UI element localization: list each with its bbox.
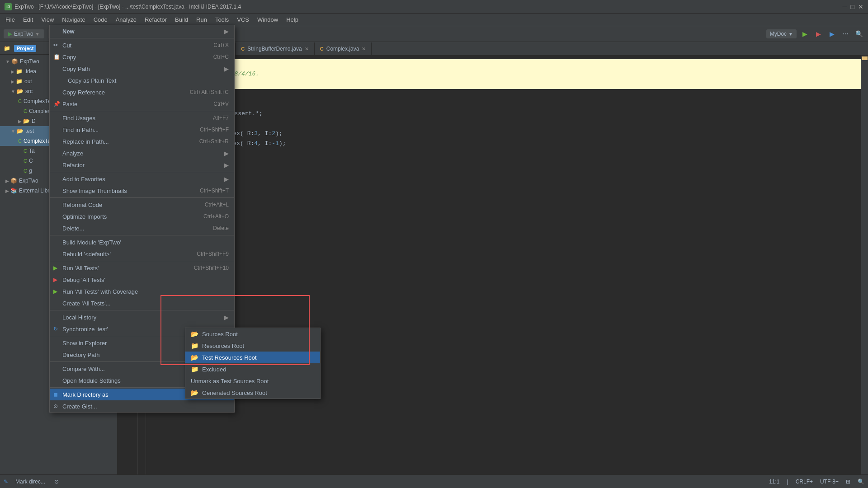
sub-item-sources-root[interactable]: 📂 Sources Root	[185, 328, 320, 340]
ctx-arrow-favorites: ▶	[224, 176, 229, 183]
ctx-item-copy[interactable]: 📋 Copy Ctrl+C	[50, 51, 234, 63]
ctx-item-copy-reference[interactable]: Copy Reference Ctrl+Alt+Shift+C	[50, 86, 234, 98]
mydoc-button[interactable]: MyDoc ▼	[766, 29, 797, 38]
ctx-sep-1	[50, 38, 234, 38]
maximize-button[interactable]: □	[851, 3, 854, 10]
ctx-label-new: New	[62, 28, 75, 35]
ctx-item-copy-path[interactable]: Copy Path ▶	[50, 63, 234, 75]
file-complex-icon: C	[24, 108, 27, 114]
ctx-label-debug-all: Debug 'All Tests'	[62, 277, 105, 283]
ctx-item-reformat[interactable]: Reformat Code Ctrl+Alt+L	[50, 199, 234, 211]
ctx-item-copy-plain[interactable]: Copy as Plain Text	[50, 75, 234, 86]
menu-item-tools[interactable]: Tools	[212, 15, 232, 24]
code-line-10	[153, 149, 868, 159]
ctx-shortcut-cut: Ctrl+X	[213, 42, 229, 48]
menu-item-run[interactable]: Run	[193, 15, 211, 24]
code-line-3: */	[153, 79, 868, 89]
ctx-shortcut-find-usages: Alt+F7	[213, 115, 229, 121]
tab-complex[interactable]: C Complex.java ✕	[315, 42, 372, 55]
menu-item-navigate[interactable]: Navigate	[58, 15, 89, 24]
ctx-item-create-all-tests[interactable]: Create 'All Tests'...	[50, 297, 234, 309]
menu-item-analyze[interactable]: Analyze	[112, 15, 140, 24]
title-bar: IJ ExpTwo - [F:\JAVAcode\ExpTwo] - [ExpT…	[0, 0, 868, 14]
ctx-item-analyze[interactable]: Analyze ▶	[50, 147, 234, 159]
tree-label-module: ExpTwo	[19, 178, 38, 184]
menu-item-help[interactable]: Help	[283, 15, 302, 24]
ctx-item-new[interactable]: New ▶	[50, 25, 234, 37]
ctx-item-cut[interactable]: ✂ Cut Ctrl+X	[50, 39, 234, 51]
ctx-item-build-module[interactable]: Build Module 'ExpTwo'	[50, 236, 234, 248]
sub-item-excluded[interactable]: 📁 Excluded	[185, 363, 320, 375]
tab-icon-stringbuffer: C	[241, 46, 245, 52]
tree-label-g: g	[29, 168, 32, 174]
minimize-button[interactable]: ─	[843, 3, 847, 10]
resources-root-icon: 📁	[191, 342, 198, 349]
project-dropdown[interactable]: ▶ ExpTwo ▼	[4, 29, 44, 38]
ctx-item-run-all[interactable]: ▶ Run 'All Tests' Ctrl+Shift+F10	[50, 262, 234, 274]
ctx-label-rebuild: Rebuild '<default>'	[62, 251, 111, 258]
ctx-item-add-favorites[interactable]: Add to Favorites ▶	[50, 173, 234, 185]
tab-close-complex[interactable]: ✕	[362, 46, 366, 52]
menu-item-view[interactable]: View	[38, 15, 57, 24]
ctx-sep-2	[50, 111, 234, 111]
tab-close-stringbuffer[interactable]: ✕	[305, 46, 309, 52]
menu-item-edit[interactable]: Edit	[19, 15, 37, 24]
tab-stringbuffer[interactable]: C StringBufferDemo.java ✕	[236, 42, 314, 55]
ctx-item-optimize-imports[interactable]: Optimize Imports Ctrl+Alt+O	[50, 211, 234, 222]
ctx-item-create-gist[interactable]: ⊙ Create Gist...	[50, 400, 234, 412]
tree-label-idea: .idea	[24, 68, 36, 75]
ctx-item-local-history[interactable]: Local History ▶	[50, 311, 234, 323]
ctx-item-paste[interactable]: 📌 Paste Ctrl+V	[50, 98, 234, 110]
ctx-item-run-coverage[interactable]: ▶ Run 'All Tests' with Coverage	[50, 286, 234, 297]
ctx-shortcut-copy: Ctrl+C	[213, 54, 229, 60]
status-bar: ✎ Mark direc... ⊙ 11:1 | CRLF+ UTF-8+ ⊞ …	[0, 474, 868, 488]
sub-item-unmark-test[interactable]: Unmark as Test Sources Root	[185, 375, 320, 387]
search-everywhere-button[interactable]: 🔍	[854, 28, 864, 39]
code-content[interactable]: /** * Created by zby on 2018/4/16. */ im…	[146, 56, 868, 488]
copy-icon: 📋	[53, 54, 60, 60]
tab-label-stringbuffer: StringBufferDemo.java	[247, 46, 302, 52]
cut-icon: ✂	[53, 42, 58, 48]
menu-item-window[interactable]: Window	[254, 15, 282, 24]
code-line-2: * Created by zby on 2018/4/16.	[153, 69, 868, 79]
folder-idea-icon: 📁	[16, 68, 23, 75]
more-toolbar-button[interactable]: ⋯	[840, 28, 851, 39]
ctx-label-show-explorer: Show in Explorer	[62, 340, 107, 347]
menu-item-code[interactable]: Code	[90, 15, 111, 24]
menu-item-vcs[interactable]: VCS	[233, 15, 253, 24]
sync-icon: ↻	[53, 326, 58, 332]
run-toolbar-button[interactable]: ▶	[799, 28, 810, 39]
ctx-label-synchronize: Synchronize 'test'	[62, 326, 108, 333]
paren-8: );	[275, 129, 283, 139]
ctx-label-refactor: Refactor	[62, 162, 85, 169]
run-all-icon: ▶	[53, 265, 57, 271]
coverage-toolbar-button[interactable]: ▶	[826, 28, 837, 39]
ctx-item-replace-in-path[interactable]: Replace in Path... Ctrl+Shift+R	[50, 136, 234, 147]
sidebar-project-label[interactable]: Project	[14, 45, 36, 52]
ctx-item-delete[interactable]: Delete... Delete	[50, 222, 234, 234]
ctx-item-show-thumbnails[interactable]: Show Image Thumbnails Ctrl+Shift+T	[50, 185, 234, 197]
sub-item-resources-root[interactable]: 📁 Resources Root	[185, 340, 320, 352]
ctx-item-rebuild[interactable]: Rebuild '<default>' Ctrl+Shift+F9	[50, 248, 234, 260]
close-button[interactable]: ✕	[858, 3, 863, 10]
ctx-item-find-usages[interactable]: Find Usages Alt+F7	[50, 112, 234, 124]
code-line-11: }	[153, 159, 868, 169]
ctx-arrow-copy-path: ▶	[224, 66, 229, 72]
menu-item-refactor[interactable]: Refactor	[141, 15, 170, 24]
tree-arrow-d: ▶	[18, 119, 22, 124]
num-3: 3	[254, 129, 258, 139]
ctx-item-find-in-path[interactable]: Find in Path... Ctrl+Shift+F	[50, 124, 234, 136]
debug-toolbar-button[interactable]: ▶	[813, 28, 824, 39]
menu-item-file[interactable]: File	[2, 15, 19, 24]
sub-item-generated-sources[interactable]: 📂 Generated Sources Root	[185, 387, 320, 399]
ctx-label-find-usages: Find Usages	[62, 115, 95, 122]
sub-item-test-resources-root[interactable]: 📂 Test Resources Root	[185, 352, 320, 363]
file-ca-icon: C	[24, 158, 27, 164]
menu-item-build[interactable]: Build	[171, 15, 192, 24]
ctx-item-refactor[interactable]: Refactor ▶	[50, 159, 234, 171]
ctx-shortcut-delete: Delete	[213, 225, 229, 231]
app-icon: IJ	[5, 3, 12, 10]
ctx-label-create-all-tests: Create 'All Tests'...	[62, 300, 111, 307]
ctx-item-debug-all[interactable]: ▶ Debug 'All Tests'	[50, 274, 234, 286]
ctx-arrow-new: ▶	[224, 28, 229, 35]
